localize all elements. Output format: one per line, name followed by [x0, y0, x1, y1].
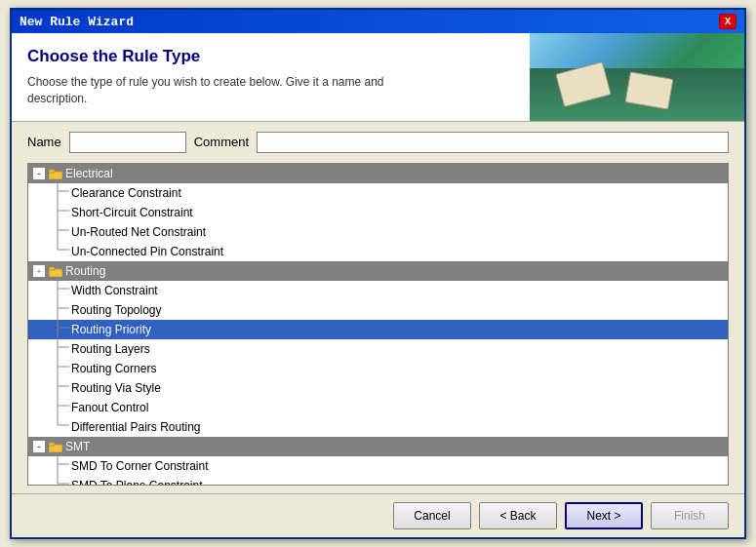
tree-item[interactable]: Routing Topology	[28, 300, 728, 320]
tree-item-label: Short-Circuit Constraint	[71, 206, 193, 219]
tree-item-label: Fanout Control	[71, 401, 148, 414]
folder-icon	[49, 167, 65, 180]
tree-item[interactable]: Routing Corners	[28, 359, 728, 378]
tree-item-label: Differential Pairs Routing	[71, 420, 201, 434]
close-button[interactable]: X	[719, 14, 736, 29]
tree-item[interactable]: Routing Layers	[28, 339, 728, 359]
footer: Cancel < Back Next > Finish	[12, 493, 744, 537]
header-description: Choose the type of rule you wish to crea…	[27, 74, 514, 107]
tree-item-label: Routing Topology	[71, 303, 162, 317]
header-text: Choose the Rule Type Choose the type of …	[12, 33, 530, 121]
expand-icon[interactable]: -	[32, 167, 46, 180]
cancel-button[interactable]: Cancel	[393, 502, 471, 529]
tree-connector	[52, 415, 71, 438]
window-title: New Rule Wizard	[20, 15, 134, 29]
tree-item[interactable]: Short-Circuit Constraint	[28, 203, 728, 222]
tree-group-label: SMT	[65, 440, 90, 453]
tree-group-smt[interactable]: -SMT	[28, 437, 728, 456]
rule-type-tree[interactable]: -ElectricalClearance ConstraintShort-Cir…	[27, 163, 729, 486]
tree-item-label: Un-Routed Net Constraint	[71, 225, 206, 239]
tree-item-label: Routing Corners	[71, 362, 156, 375]
chip-decoration-2	[625, 71, 674, 109]
back-button[interactable]: < Back	[479, 502, 557, 529]
tree-item[interactable]: SMD To Corner Constraint	[28, 456, 728, 476]
header-image	[530, 33, 744, 121]
tree-item[interactable]: Routing Priority	[28, 320, 728, 339]
tree-group-routing[interactable]: -Routing	[28, 261, 728, 281]
tree-item[interactable]: Un-Routed Net Constraint	[28, 222, 728, 242]
name-input[interactable]	[69, 132, 186, 153]
svg-rect-1	[49, 170, 55, 173]
name-comment-row: Name Comment	[27, 132, 729, 153]
folder-icon	[49, 264, 65, 278]
comment-input[interactable]	[257, 132, 729, 153]
svg-rect-39	[49, 443, 55, 446]
tree-item-label: Routing Via Style	[71, 381, 161, 395]
tree-item[interactable]: Clearance Constraint	[28, 183, 728, 203]
tree-item-label: SMD To Plane Constraint	[71, 479, 203, 486]
comment-label: Comment	[194, 135, 249, 149]
expand-icon[interactable]: -	[32, 264, 46, 278]
tree-item-label: SMD To Corner Constraint	[71, 459, 209, 473]
finish-button[interactable]: Finish	[651, 502, 729, 529]
tree-group-electrical[interactable]: -Electrical	[28, 164, 728, 183]
tree-item[interactable]: Differential Pairs Routing	[28, 417, 728, 437]
tree-item[interactable]: Fanout Control	[28, 398, 728, 417]
tree-item-label: Un-Connected Pin Constraint	[71, 245, 223, 258]
tree-item[interactable]: Routing Via Style	[28, 378, 728, 398]
window: New Rule Wizard X Choose the Rule Type C…	[10, 8, 746, 539]
tree-group-label: Routing	[65, 264, 105, 278]
tree-connector	[52, 474, 71, 486]
body-section: Name Comment -ElectricalClearance Constr…	[12, 122, 744, 493]
tree-connector	[52, 240, 71, 262]
tree-item[interactable]: SMD To Plane Constraint	[28, 476, 728, 486]
tree-item-label: Routing Layers	[71, 342, 150, 356]
tree-item[interactable]: Width Constraint	[28, 281, 728, 300]
name-label: Name	[27, 135, 61, 149]
title-bar: New Rule Wizard X	[12, 10, 744, 33]
tree-item-label: Width Constraint	[71, 284, 158, 297]
expand-icon[interactable]: -	[32, 440, 46, 453]
tree-item-label: Routing Priority	[71, 323, 151, 336]
tree-group-label: Electrical	[65, 167, 113, 180]
folder-icon	[49, 440, 65, 453]
header-section: Choose the Rule Type Choose the type of …	[12, 33, 744, 122]
tree-item-label: Clearance Constraint	[71, 186, 181, 200]
header-title: Choose the Rule Type	[27, 47, 514, 66]
svg-rect-14	[49, 267, 55, 270]
tree-item[interactable]: Un-Connected Pin Constraint	[28, 242, 728, 261]
next-button[interactable]: Next >	[565, 502, 643, 529]
chip-decoration-1	[555, 61, 611, 107]
